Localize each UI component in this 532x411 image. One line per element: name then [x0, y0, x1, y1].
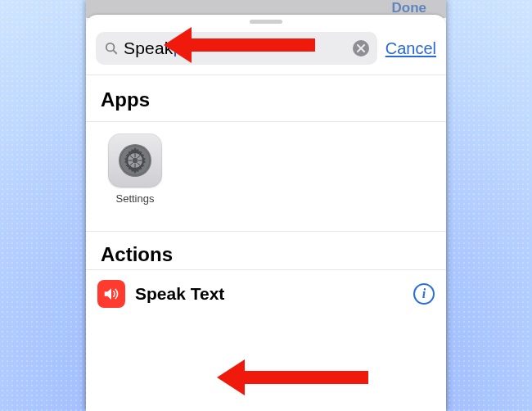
actions-section-header: Actions	[86, 232, 446, 269]
app-tile-settings[interactable]: Settings	[104, 133, 166, 205]
apps-grid: Settings	[86, 122, 446, 213]
clear-search-button[interactable]	[353, 40, 369, 56]
app-label: Settings	[116, 192, 155, 205]
actions-section: Actions	[86, 231, 446, 269]
done-button-obscured: Done	[392, 0, 427, 16]
action-info-button[interactable]: i	[413, 283, 435, 305]
search-actions-sheet: Speak Cancel Apps	[86, 15, 446, 411]
search-icon	[104, 41, 119, 56]
speaker-icon	[97, 280, 125, 308]
search-input[interactable]: Speak	[96, 32, 377, 65]
cancel-button[interactable]: Cancel	[385, 39, 436, 58]
svg-point-8	[133, 158, 138, 163]
text-caret	[174, 38, 176, 56]
search-input-value: Speak	[124, 38, 353, 58]
svg-point-0	[106, 43, 115, 52]
search-bar-row: Speak Cancel	[86, 24, 446, 75]
settings-app-icon	[108, 133, 162, 187]
shortcuts-search-sheet: Done Speak	[86, 0, 446, 411]
svg-line-1	[113, 50, 116, 53]
apps-section-header: Apps	[86, 75, 446, 115]
action-row-speak-text[interactable]: Speak Text i	[86, 269, 446, 318]
action-label: Speak Text	[135, 284, 413, 304]
